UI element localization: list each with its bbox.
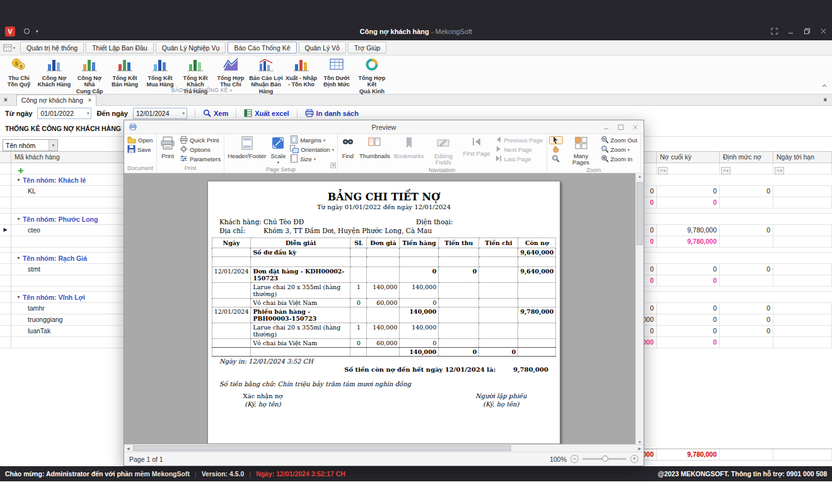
- ribbon-collapse-button[interactable]: [821, 80, 828, 91]
- filter-cell[interactable]: =▾: [773, 163, 832, 174]
- collapse-triangle-icon[interactable]: ▼: [16, 256, 21, 260]
- fullscreen-icon[interactable]: [771, 28, 778, 35]
- filter-cell[interactable]: =▾: [657, 163, 720, 174]
- quick-access-icon[interactable]: [24, 28, 30, 34]
- report-row: Larue chai 20 x 355ml (hàng thường)1140,…: [212, 283, 556, 299]
- last-page-button[interactable]: Last Page: [494, 155, 545, 163]
- lens-button[interactable]: [549, 155, 563, 163]
- tab-cong-no-khach-hang[interactable]: Công nợ khách hàng ×: [16, 94, 96, 106]
- ribbon-item-xu-t-nh-p-t-n-kho[interactable]: Xuất - Nhập- Tồn Kho: [284, 57, 319, 88]
- filter-cell[interactable]: =▾: [720, 163, 773, 174]
- column-header-nh-m-c-n[interactable]: Định mức nợ: [720, 152, 773, 163]
- collapse-triangle-icon[interactable]: ▼: [16, 295, 21, 299]
- ribbon-item-t-ng-k-t-mua-h-ng[interactable]: Tổng KếtMua Hàng: [142, 57, 178, 88]
- print-list-button[interactable]: In danh sách: [305, 109, 359, 118]
- pagebg-button[interactable]: ▾: [643, 135, 644, 157]
- quick-print-button[interactable]: Quick Print: [178, 136, 222, 144]
- chart3-icon: [117, 57, 133, 74]
- header-footer-button[interactable]: Header/Footer: [226, 135, 267, 160]
- preview-horizontal-scrollbar[interactable]: ◀ ▶: [124, 444, 644, 452]
- ribbon-tab-qu-n-l-nghi-p-v[interactable]: Quản Lý Nghiệp Vụ: [156, 42, 226, 54]
- row-indicator-header: [0, 152, 11, 163]
- bookmarks-button[interactable]: Bookmarks: [393, 135, 425, 160]
- thumbnails-button[interactable]: Thumbnails: [358, 135, 391, 160]
- scale-button[interactable]: Scale▾: [269, 135, 287, 166]
- open-button[interactable]: Open: [126, 136, 154, 144]
- previous-page-button[interactable]: Previous Page: [494, 136, 545, 144]
- orientation-button[interactable]: Orientation▾: [289, 146, 335, 154]
- preview-vertical-scrollbar[interactable]: ▲ ▼: [635, 173, 644, 445]
- next-page-button[interactable]: Next Page: [494, 146, 545, 154]
- ribbon-item-thu-chi-t-n-qu[interactable]: $$Thu ChiTồn Quỹ: [1, 57, 37, 88]
- margins-button[interactable]: Margins▾: [289, 136, 335, 144]
- ribbon-tab-tr-gi-p[interactable]: Trợ Giúp: [348, 42, 387, 54]
- app-menu-icon[interactable]: ▾: [3, 44, 15, 52]
- options-button[interactable]: Options: [178, 146, 222, 154]
- filter-equals-icon[interactable]: =▾: [775, 167, 784, 175]
- zoom-slider[interactable]: [582, 458, 627, 460]
- ribbon-item-t-ng-h-p-thu-chi[interactable]: Tổng HợpThu Chi: [213, 57, 248, 88]
- scrollbar-thumb[interactable]: [637, 182, 643, 245]
- quick-access-caret-icon[interactable]: ▾: [36, 29, 38, 34]
- ribbon-item-t-n-d-i-nh-m-c[interactable]: Tồn DướiĐịnh Mức: [319, 57, 354, 88]
- zoom-in-button[interactable]: Zoom In: [599, 155, 638, 163]
- restore-icon[interactable]: [804, 28, 811, 35]
- many-pages-button[interactable]: Many Pages: [565, 135, 598, 166]
- report-cell: Đơn đặt hàng - KDH00002-150723: [251, 267, 350, 283]
- column-header-n-cu-i-k[interactable]: Nợ cuối kỳ: [657, 152, 720, 163]
- report-cell: 0: [439, 267, 479, 283]
- scrollbar-thumb[interactable]: [133, 445, 511, 451]
- zoom-out-button[interactable]: Zoom Out: [599, 136, 638, 144]
- group-label: Print: [159, 164, 222, 173]
- minimize-icon[interactable]: [787, 28, 794, 35]
- zoom-in-button[interactable]: +: [630, 455, 638, 463]
- excel-icon: [244, 109, 252, 118]
- close-all-tabs-icon[interactable]: ×: [0, 96, 11, 103]
- parameters-button[interactable]: Parameters: [178, 155, 222, 163]
- close-icon[interactable]: [820, 28, 827, 35]
- ribbon-tab-qu-n-l-v[interactable]: Quản Lý Vỏ: [299, 42, 346, 54]
- zoom-slider-thumb[interactable]: [602, 455, 608, 462]
- column-header-ng-y-t-i-h-n[interactable]: Ngày tới hạn: [773, 152, 832, 163]
- size-button[interactable]: Size▾: [289, 155, 335, 163]
- ribbon-tab-qu-n-tr-h-th-ng[interactable]: Quản trị hệ thống: [20, 42, 84, 54]
- from-date-input[interactable]: 01/01/2022▾: [37, 108, 91, 119]
- report-cell: 1: [350, 283, 367, 299]
- collapse-triangle-icon[interactable]: ▼: [16, 178, 21, 182]
- find-button[interactable]: Find: [340, 135, 356, 160]
- to-date-input[interactable]: 12/01/2024▾: [133, 108, 187, 119]
- view-button[interactable]: Xem: [203, 109, 228, 118]
- zoom-out-button[interactable]: −: [570, 455, 579, 463]
- ribbon-tab-thi-t-l-p-ban-u[interactable]: Thiết Lập Ban Đầu: [86, 42, 154, 54]
- export-excel-button[interactable]: Xuất excel: [244, 109, 289, 118]
- dialog-launcher-icon[interactable]: [330, 159, 336, 171]
- editing-fields-button[interactable]: Editing Fields: [427, 135, 459, 166]
- preview-close-icon[interactable]: [632, 124, 638, 130]
- tab-close-icon[interactable]: ×: [88, 97, 91, 103]
- selected-row-arrow-icon: ▶: [0, 225, 11, 232]
- group-filter-select[interactable]: Tên nhóm▾: [3, 139, 58, 151]
- print-button[interactable]: Print: [159, 135, 176, 160]
- ribbon-item-t-ng-k-t-b-n-h-ng[interactable]: Tổng KếtBán Hàng: [107, 57, 142, 88]
- save-button[interactable]: Save: [126, 146, 154, 154]
- hand-button[interactable]: [549, 146, 563, 154]
- value-cell: [773, 314, 832, 325]
- filter-equals-icon[interactable]: =▾: [721, 167, 731, 175]
- first-page-button[interactable]: First Page: [461, 135, 491, 158]
- app-logo-icon[interactable]: V: [5, 26, 15, 37]
- tabbar-close-icon[interactable]: ×: [818, 96, 832, 103]
- ribbon-tab-b-o-c-o-th-ng-k[interactable]: Báo Cáo Thống Kê: [228, 42, 296, 54]
- report-cell: [439, 339, 479, 348]
- group-label: Page Setup: [226, 166, 335, 173]
- preview-maximize-icon[interactable]: [618, 124, 624, 130]
- collapse-triangle-icon[interactable]: ▼: [16, 217, 21, 221]
- report-cell: 140,000: [400, 323, 439, 339]
- report-col-ng-y: Ngày: [212, 238, 251, 248]
- printed-date: Ngày in: 12/01/2024 3:52 CH: [219, 358, 548, 365]
- filter-equals-icon[interactable]: =▾: [658, 167, 667, 175]
- preview-minimize-icon[interactable]: [603, 124, 610, 130]
- zoom-button[interactable]: Zoom▾: [599, 146, 638, 154]
- ribbon-item-c-ng-n-kh-ch-h-ng[interactable]: Công NợKhách Hàng: [37, 57, 72, 88]
- pointer-button[interactable]: [549, 136, 563, 144]
- value-cell: [773, 264, 832, 275]
